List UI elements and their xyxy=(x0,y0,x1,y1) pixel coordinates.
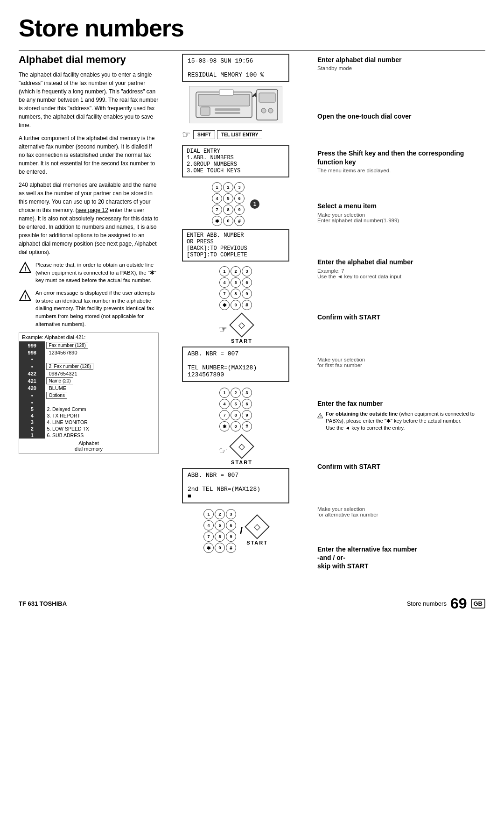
key-1d[interactable]: 1 xyxy=(203,509,214,519)
key-3b[interactable]: 3 xyxy=(242,266,252,276)
top-divider xyxy=(19,50,485,51)
key-9d[interactable]: 9 xyxy=(226,531,236,542)
key-4c[interactable]: 4 xyxy=(219,399,230,409)
instruction-screen: ENTER ABB. NUMBER OR PRESS [BACK]:TO PRE… xyxy=(182,229,289,262)
desc-step-8: Enter the fax number ! For obtaining the… xyxy=(317,385,485,446)
key-4d[interactable]: 4 xyxy=(203,520,214,531)
key-8[interactable]: 8 xyxy=(223,205,233,215)
key-0c[interactable]: 0 xyxy=(231,421,241,432)
start-button-1[interactable]: ◇ START xyxy=(231,315,252,344)
key-hash[interactable]: # xyxy=(234,216,245,226)
key-2b[interactable]: 2 xyxy=(231,266,241,276)
section-title: Alphabet dial memory xyxy=(19,54,159,66)
key-4b[interactable]: 4 xyxy=(219,277,230,288)
keypad-2: 1 2 3 4 5 6 7 8 9 ✱ 0 # xyxy=(219,266,252,310)
table-row: 4 3. TX REPORT xyxy=(19,412,158,419)
key-5b[interactable]: 5 xyxy=(231,277,241,288)
key-5c[interactable]: 5 xyxy=(231,399,241,409)
key-hash-d[interactable]: # xyxy=(226,543,236,553)
key-7[interactable]: 7 xyxy=(212,205,222,215)
key-5[interactable]: 5 xyxy=(223,193,233,204)
box-label: Fax number (128) xyxy=(46,342,88,349)
key-2d[interactable]: 2 xyxy=(215,509,225,519)
table-row: • Options xyxy=(19,391,158,399)
box-label: Options xyxy=(46,392,67,399)
step8-warning: ! For obtaining the outside line (when e… xyxy=(317,410,485,432)
key-6b[interactable]: 6 xyxy=(242,277,252,288)
key-6c[interactable]: 6 xyxy=(242,399,252,409)
table-cell-dark: 3 xyxy=(19,419,45,425)
keypad-1: 1 2 3 4 5 6 7 8 9 ✱ 0 # xyxy=(212,182,245,226)
key-0d[interactable]: 0 xyxy=(215,543,225,553)
svg-rect-11 xyxy=(259,93,275,102)
svg-rect-7 xyxy=(215,108,240,111)
instr-line-3: [BACK]:TO PREVIOUS xyxy=(187,245,247,252)
table-cell-dark: • xyxy=(19,391,45,399)
step8-warning-text: For obtaining the outside line (when equ… xyxy=(326,410,485,432)
key-hash-b[interactable]: # xyxy=(242,300,252,310)
table-row: • xyxy=(19,399,158,406)
key-8c[interactable]: 8 xyxy=(231,410,241,420)
key-9b[interactable]: 9 xyxy=(242,289,252,299)
start-diamond-icon-1: ◇ xyxy=(238,320,245,330)
table-cell-dark: 1 xyxy=(19,432,45,439)
table-cell-dark: 420 xyxy=(19,385,45,391)
fax-line-3: TEL NUMBER=(MAX128) xyxy=(188,364,284,371)
para3: 240 alphabet dial memories are available… xyxy=(19,181,159,256)
table-cell: 1234567890 xyxy=(45,349,158,356)
key-2c[interactable]: 2 xyxy=(231,388,241,398)
key-1[interactable]: 1 xyxy=(212,182,222,192)
key-hash-c[interactable]: # xyxy=(242,421,252,432)
table-cell-dark: 998 xyxy=(19,349,45,356)
desc-step-9: Confirm with START xyxy=(317,446,485,488)
bottom-label-1: Alphabetdial memory xyxy=(75,440,103,452)
key-star-b[interactable]: ✱ xyxy=(219,300,230,310)
menu-line-1: DIAL ENTRY xyxy=(187,148,220,155)
key-star-c[interactable]: ✱ xyxy=(219,421,230,432)
instr-line-1: ENTER ABB. NUMBER xyxy=(187,232,244,239)
warning-text-1: Please note that, in order to obtain an … xyxy=(35,261,159,284)
bottom-labels: Alphabetdial memory xyxy=(19,439,158,453)
key-2[interactable]: 2 xyxy=(223,182,233,192)
key-9c[interactable]: 9 xyxy=(242,410,252,420)
key-7d[interactable]: 7 xyxy=(203,531,214,542)
key-star-d[interactable]: ✱ xyxy=(203,543,214,553)
key-3d[interactable]: 3 xyxy=(226,509,236,519)
table-row: 421 Name (20) xyxy=(19,377,158,385)
key-0[interactable]: 0 xyxy=(223,216,233,226)
step3-title: Press the Shift key and then the corresp… xyxy=(317,149,485,166)
instr-line-4: [STOP]:TO COMPLETE xyxy=(187,252,247,258)
key-0b[interactable]: 0 xyxy=(231,300,241,310)
start-button-3[interactable]: ◇ START xyxy=(246,517,268,545)
start-button-2[interactable]: ◇ START xyxy=(231,436,252,465)
table-row: 422 0987654321 xyxy=(19,370,158,377)
screen-line-1: 15-03-98 SUN 19:56 xyxy=(188,57,284,64)
key-4[interactable]: 4 xyxy=(212,193,222,204)
table-cell: 6. SUB ADRESS xyxy=(45,432,158,439)
example-container: Example: Alphabet dial 421: 999 Fax numb… xyxy=(19,333,159,454)
key-8b[interactable]: 8 xyxy=(231,289,241,299)
key-1c[interactable]: 1 xyxy=(219,388,230,398)
key-6[interactable]: 6 xyxy=(234,193,245,204)
step1-sub: Standby mode xyxy=(317,65,485,71)
page-number: 69 xyxy=(450,595,467,612)
key-7b[interactable]: 7 xyxy=(219,289,230,299)
key-1b[interactable]: 1 xyxy=(219,266,230,276)
key-7c[interactable]: 7 xyxy=(219,410,230,420)
svg-text:!: ! xyxy=(24,265,27,273)
key-3[interactable]: 3 xyxy=(234,182,245,192)
hand-cursor-icon-2: ☞ xyxy=(219,324,227,335)
tel-list-key[interactable]: TEL LIST ENTRY xyxy=(217,130,262,139)
key-8d[interactable]: 8 xyxy=(215,531,225,542)
keypad-3: 1 2 3 4 5 6 7 8 9 ✱ 0 # xyxy=(219,388,252,432)
key-9[interactable]: 9 xyxy=(234,205,245,215)
table-row: • 2. Fax number (128) xyxy=(19,362,158,370)
key-6d[interactable]: 6 xyxy=(226,520,236,531)
key-3c[interactable]: 3 xyxy=(242,388,252,398)
table-row: 2 5. LOW SPEED TX xyxy=(19,425,158,432)
shift-key[interactable]: SHIFT xyxy=(193,130,215,139)
start-section-2: ☞ ◇ START xyxy=(219,436,252,465)
key-5d[interactable]: 5 xyxy=(215,520,225,531)
key-star[interactable]: ✱ xyxy=(212,216,222,226)
table-cell xyxy=(45,356,158,362)
